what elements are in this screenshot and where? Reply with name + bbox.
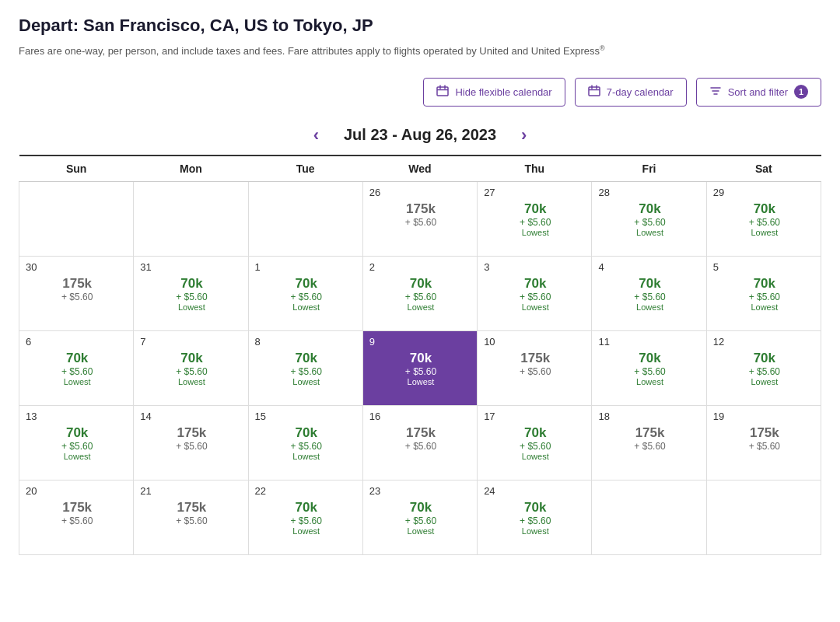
day-number: 24	[484, 485, 586, 497]
calendar-cell[interactable]: 2470k+ $5.60Lowest	[478, 480, 592, 554]
lowest-label: Lowest	[484, 302, 586, 312]
day-number: 8	[255, 336, 358, 348]
calendar-cell[interactable]: 21175k+ $5.60	[134, 480, 248, 554]
calendar-cell[interactable]: 1770k+ $5.60Lowest	[478, 405, 592, 480]
calendar-cell[interactable]: 14175k+ $5.60	[134, 405, 248, 480]
calendar-cell[interactable]: 1170k+ $5.60Lowest	[592, 330, 706, 405]
calendar-cell[interactable]: 970k+ $5.60Lowest	[362, 330, 477, 405]
day-number: 30	[26, 261, 128, 273]
col-header-tue: Tue	[248, 156, 362, 182]
price-value: 175k	[369, 201, 472, 217]
price-value: 70k	[484, 201, 586, 217]
price-sub: + $5.60	[140, 366, 243, 377]
calendar-cell[interactable]: 18175k+ $5.60	[592, 405, 706, 480]
price-sub: + $5.60	[598, 217, 701, 228]
calendar-cell[interactable]: 1570k+ $5.60Lowest	[248, 405, 362, 480]
calendar-cell[interactable]: 1370k+ $5.60Lowest	[19, 405, 134, 480]
price-sub: + $5.60	[26, 292, 128, 302]
lowest-label: Lowest	[713, 228, 816, 237]
price-value: 70k	[598, 201, 701, 217]
page-title: Depart: San Francisco, CA, US to Tokyo, …	[19, 16, 821, 36]
day-number: 21	[140, 485, 243, 497]
calendar-cell[interactable]: 2870k+ $5.60Lowest	[592, 181, 706, 256]
price-value: 70k	[255, 276, 358, 292]
price-sub: + $5.60	[484, 515, 586, 526]
calendar-cell[interactable]: 470k+ $5.60Lowest	[592, 256, 706, 330]
lowest-label: Lowest	[369, 302, 472, 312]
lowest-label: Lowest	[598, 228, 701, 237]
price-sub: + $5.60	[484, 366, 586, 377]
price-sub: + $5.60	[255, 292, 358, 302]
calendar-cell	[592, 480, 706, 554]
calendar-cell[interactable]: 770k+ $5.60Lowest	[134, 330, 248, 405]
lowest-label: Lowest	[255, 377, 358, 386]
price-sub: + $5.60	[26, 366, 128, 377]
day-number: 7	[140, 336, 243, 348]
calendar-cell[interactable]: 30175k+ $5.60	[19, 256, 134, 330]
day-number: 19	[713, 411, 816, 422]
price-sub: + $5.60	[369, 217, 472, 228]
day-number: 9	[369, 336, 472, 348]
day-number: 6	[26, 336, 128, 348]
price-sub: + $5.60	[598, 366, 701, 377]
calendar-cell[interactable]: 26175k+ $5.60	[362, 181, 477, 256]
calendar-cell[interactable]: 2370k+ $5.60Lowest	[362, 480, 477, 554]
price-value: 70k	[255, 425, 358, 441]
seven-day-label: 7-day calendar	[607, 86, 674, 98]
hide-calendar-button[interactable]: Hide flexible calendar	[423, 78, 565, 107]
calendar-cell	[706, 480, 821, 554]
lowest-label: Lowest	[369, 526, 472, 536]
calendar-cell[interactable]: 870k+ $5.60Lowest	[248, 330, 362, 405]
calendar-cell[interactable]: 2270k+ $5.60Lowest	[248, 480, 362, 554]
hide-calendar-label: Hide flexible calendar	[455, 86, 551, 98]
calendar-cell[interactable]: 1270k+ $5.60Lowest	[706, 330, 821, 405]
svg-rect-4	[589, 87, 600, 96]
day-number: 22	[255, 485, 358, 497]
price-value: 70k	[598, 351, 701, 366]
lowest-label: Lowest	[255, 452, 358, 461]
prev-month-button[interactable]: ‹	[313, 125, 319, 145]
price-value: 70k	[369, 500, 472, 515]
calendar-cell	[134, 181, 248, 256]
price-value: 175k	[26, 276, 128, 292]
calendar-cell[interactable]: 370k+ $5.60Lowest	[478, 256, 592, 330]
col-header-sat: Sat	[706, 156, 821, 182]
price-sub: + $5.60	[369, 515, 472, 526]
calendar-cell[interactable]: 16175k+ $5.60	[362, 405, 477, 480]
page-subtitle: Fares are one-way, per person, and inclu…	[19, 44, 821, 59]
sort-filter-button[interactable]: Sort and filter 1	[696, 78, 821, 107]
price-value: 70k	[598, 276, 701, 292]
calendar-cell[interactable]: 19175k+ $5.60	[706, 405, 821, 480]
next-month-button[interactable]: ›	[521, 125, 527, 145]
lowest-label: Lowest	[26, 452, 128, 461]
price-sub: + $5.60	[484, 441, 586, 452]
calendar-cell[interactable]: 2770k+ $5.60Lowest	[478, 181, 592, 256]
calendar-nav: ‹ Jul 23 - Aug 26, 2023 ›	[19, 125, 821, 145]
day-number: 20	[26, 485, 128, 497]
calendar-cell[interactable]: 20175k+ $5.60	[19, 480, 134, 554]
calendar-cell[interactable]: 2970k+ $5.60Lowest	[706, 181, 821, 256]
day-number: 11	[598, 336, 701, 348]
lowest-label: Lowest	[713, 377, 816, 386]
calendar-week-row: 1370k+ $5.60Lowest14175k+ $5.601570k+ $5…	[19, 405, 821, 480]
calendar-cell[interactable]: 3170k+ $5.60Lowest	[134, 256, 248, 330]
col-header-wed: Wed	[362, 156, 477, 182]
price-sub: + $5.60	[140, 292, 243, 302]
price-value: 70k	[26, 351, 128, 366]
calendar-cell[interactable]: 570k+ $5.60Lowest	[706, 256, 821, 330]
calendar-cell[interactable]: 10175k+ $5.60	[478, 330, 592, 405]
day-number: 10	[484, 336, 586, 348]
calendar-cell[interactable]: 270k+ $5.60Lowest	[362, 256, 477, 330]
lowest-label: Lowest	[484, 228, 586, 237]
calendar-cell[interactable]: 170k+ $5.60Lowest	[248, 256, 362, 330]
price-value: 70k	[713, 351, 816, 366]
day-number: 23	[369, 485, 472, 497]
price-sub: + $5.60	[713, 366, 816, 377]
seven-day-calendar-button[interactable]: 7-day calendar	[575, 78, 687, 107]
filter-icon	[709, 85, 722, 100]
price-value: 70k	[255, 351, 358, 366]
day-number: 17	[484, 411, 586, 422]
price-value: 70k	[369, 351, 472, 366]
calendar-cell[interactable]: 670k+ $5.60Lowest	[19, 330, 134, 405]
day-number: 29	[713, 187, 816, 198]
